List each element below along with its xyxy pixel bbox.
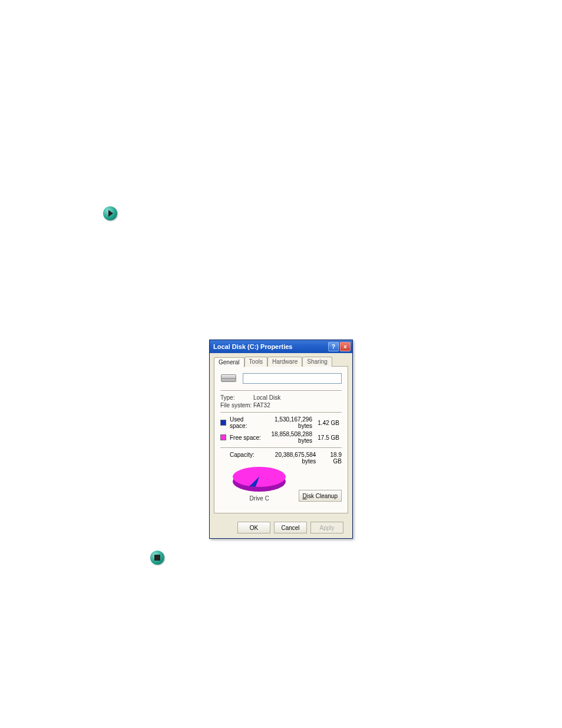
type-label: Type: xyxy=(220,394,253,401)
used-swatch-icon xyxy=(220,420,226,426)
tab-sharing[interactable]: Sharing xyxy=(302,357,332,367)
filesystem-label: File system: xyxy=(220,402,253,409)
drive-label: Drive C xyxy=(250,495,269,502)
tab-general[interactable]: General xyxy=(214,357,244,367)
close-button[interactable]: × xyxy=(340,342,351,351)
titlebar: Local Disk (C:) Properties ? × xyxy=(210,340,352,353)
type-value: Local Disk xyxy=(253,394,280,401)
stop-icon xyxy=(150,551,164,565)
usage-pie-chart xyxy=(233,467,286,492)
play-icon xyxy=(103,206,117,220)
cancel-button[interactable]: Cancel xyxy=(274,522,307,533)
disk-cleanup-button[interactable]: Disk Cleanup xyxy=(299,490,342,502)
used-label: Used space: xyxy=(230,416,262,429)
properties-dialog: Local Disk (C:) Properties ? × General T… xyxy=(209,340,353,539)
capacity-bytes: 20,388,675,584 bytes xyxy=(269,452,321,465)
tabstrip: General Tools Hardware Sharing xyxy=(214,357,348,367)
tab-hardware[interactable]: Hardware xyxy=(267,357,302,367)
free-label: Free space: xyxy=(230,434,262,441)
free-bytes: 18,858,508,288 bytes xyxy=(262,431,317,444)
apply-button[interactable]: Apply xyxy=(310,522,343,533)
filesystem-value: FAT32 xyxy=(253,402,270,409)
volume-name-input[interactable] xyxy=(243,373,342,384)
window-title: Local Disk (C:) Properties xyxy=(213,343,328,350)
free-swatch-icon xyxy=(220,434,226,440)
ok-button[interactable]: OK xyxy=(237,522,270,533)
tabpage-general: Type: Local Disk File system: FAT32 Used… xyxy=(214,366,348,513)
used-gb: 1.42 GB xyxy=(317,420,339,426)
capacity-label: Capacity: xyxy=(230,452,269,465)
used-bytes: 1,530,167,296 bytes xyxy=(262,416,317,429)
tab-tools[interactable]: Tools xyxy=(244,357,267,367)
help-button[interactable]: ? xyxy=(328,342,339,351)
capacity-gb: 18.9 GB xyxy=(320,452,342,465)
disk-icon xyxy=(220,373,237,384)
free-gb: 17.5 GB xyxy=(317,434,339,441)
